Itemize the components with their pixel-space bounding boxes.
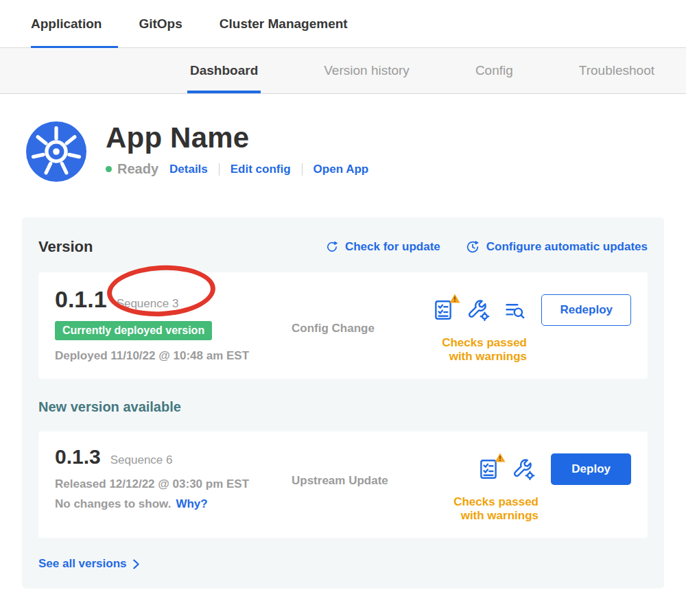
see-all-versions-label: See all versions: [38, 557, 127, 571]
app-header: App Name Ready Details Edit config Open …: [26, 121, 686, 182]
current-version-number: 0.1.1: [55, 286, 107, 313]
top-nav: Application GitOps Cluster Management: [0, 0, 686, 48]
config-wrench-icon[interactable]: [512, 458, 536, 481]
available-version-number: 0.1.3: [55, 445, 101, 469]
version-panel: Version Check for update Configure autom…: [22, 217, 664, 589]
details-link[interactable]: Details: [169, 163, 208, 176]
check-for-update-label: Check for update: [345, 240, 440, 254]
deployed-timestamp: Deployed 11/10/22 @ 10:48 am EST: [55, 349, 271, 363]
kubernetes-logo-icon: [26, 121, 86, 182]
status-ready: Ready: [106, 161, 158, 177]
tab-gitops[interactable]: GitOps: [139, 0, 186, 47]
tab-application[interactable]: Application: [31, 0, 106, 47]
preflight-checks-icon[interactable]: [477, 458, 500, 481]
checks-status-text: Checks passed with warnings: [429, 495, 539, 523]
tab-config[interactable]: Config: [475, 48, 513, 93]
clock-refresh-icon: [465, 239, 480, 254]
why-link[interactable]: Why?: [176, 497, 207, 511]
checks-status-text: Checks passed with warnings: [429, 336, 527, 364]
configure-auto-updates-link[interactable]: Configure automatic updates: [465, 239, 648, 254]
available-sequence-label: Sequence 6: [110, 453, 173, 467]
current-version-card: 0.1.1 Sequence 3 Currently deployed vers…: [38, 272, 648, 379]
refresh-icon: [325, 240, 339, 254]
deployed-badge: Currently deployed version: [55, 321, 212, 340]
divider: [219, 163, 220, 176]
page-title: App Name: [106, 121, 368, 154]
sub-nav: Dashboard Version history Config Trouble…: [0, 48, 686, 94]
divider: [302, 163, 303, 176]
chevron-right-icon: [132, 559, 140, 569]
preflight-checks-icon[interactable]: [431, 298, 455, 322]
see-all-versions-link[interactable]: See all versions: [38, 557, 648, 571]
change-type-label: Config Change: [292, 322, 375, 335]
released-timestamp: Released 12/12/22 @ 03:30 pm EST: [55, 477, 271, 491]
edit-config-link[interactable]: Edit config: [230, 163, 291, 176]
configure-auto-updates-label: Configure automatic updates: [486, 240, 648, 254]
new-version-heading: New version available: [38, 399, 648, 415]
version-heading: Version: [38, 238, 93, 256]
tab-troubleshoot[interactable]: Troubleshoot: [579, 48, 654, 93]
available-version-card: 0.1.3 Sequence 6 Released 12/12/22 @ 03:…: [38, 431, 648, 538]
tab-dashboard[interactable]: Dashboard: [190, 48, 258, 93]
view-diff-search-icon[interactable]: [503, 298, 526, 322]
warning-triangle-icon: [449, 294, 460, 303]
status-label: Ready: [117, 161, 158, 177]
check-for-update-link[interactable]: Check for update: [325, 239, 440, 254]
deploy-button[interactable]: Deploy: [551, 453, 631, 485]
redeploy-button[interactable]: Redeploy: [541, 294, 631, 326]
tab-cluster-management[interactable]: Cluster Management: [220, 0, 352, 47]
change-type-label: Upstream Update: [292, 474, 388, 487]
no-changes-text: No changes to show.: [55, 497, 171, 511]
status-dot-icon: [106, 166, 112, 172]
tab-version-history[interactable]: Version history: [324, 48, 410, 93]
warning-triangle-icon: [495, 453, 506, 462]
current-sequence-label: Sequence 3: [117, 297, 179, 311]
config-wrench-icon[interactable]: [467, 298, 490, 322]
open-app-link[interactable]: Open App: [314, 163, 369, 176]
